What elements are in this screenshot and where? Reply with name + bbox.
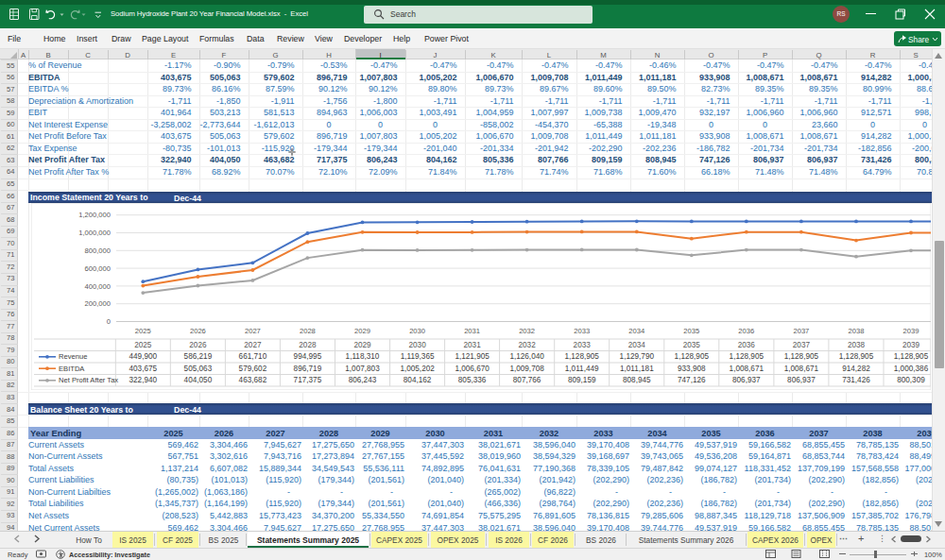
- svg-text:994,995: 994,995: [294, 352, 322, 361]
- svg-text:2026: 2026: [190, 327, 206, 335]
- svg-text:2038: 2038: [848, 341, 866, 349]
- svg-text:1,000,000: 1,000,000: [78, 229, 111, 237]
- svg-text:2029: 2029: [353, 341, 371, 349]
- svg-text:1,006,670: 1,006,670: [455, 365, 490, 373]
- svg-text:1,128,905: 1,128,905: [894, 352, 929, 361]
- svg-text:1,008,671: 1,008,671: [784, 365, 819, 373]
- svg-text:806,243: 806,243: [349, 376, 377, 384]
- svg-text:808,945: 808,945: [623, 376, 651, 384]
- svg-text:747,126: 747,126: [678, 376, 706, 384]
- svg-text:1,126,040: 1,126,040: [509, 352, 544, 361]
- svg-text:800,309: 800,309: [897, 376, 925, 384]
- svg-text:2037: 2037: [793, 327, 809, 335]
- svg-text:2030: 2030: [409, 327, 425, 335]
- svg-text:0: 0: [107, 317, 111, 326]
- svg-text:1,121,905: 1,121,905: [455, 352, 490, 361]
- svg-text:2031: 2031: [463, 341, 481, 349]
- svg-text:463,682: 463,682: [239, 376, 267, 384]
- svg-text:Net Profit After Tax: Net Profit After Tax: [59, 376, 118, 384]
- svg-text:807,766: 807,766: [513, 376, 541, 384]
- svg-text:400,000: 400,000: [85, 282, 111, 291]
- svg-text:2039: 2039: [903, 327, 919, 335]
- svg-text:2037: 2037: [793, 341, 811, 349]
- svg-text:2027: 2027: [244, 341, 262, 349]
- svg-text:2025: 2025: [135, 327, 151, 335]
- svg-text:Revenue: Revenue: [59, 352, 87, 361]
- svg-text:933,908: 933,908: [678, 365, 706, 373]
- svg-text:1,128,905: 1,128,905: [730, 352, 765, 361]
- svg-text:2036: 2036: [738, 341, 756, 349]
- svg-text:914,282: 914,282: [842, 365, 870, 373]
- svg-text:2035: 2035: [683, 327, 699, 335]
- svg-text:1,128,905: 1,128,905: [784, 352, 819, 361]
- svg-text:2028: 2028: [300, 327, 316, 335]
- svg-text:2032: 2032: [518, 341, 536, 349]
- svg-text:200,000: 200,000: [85, 299, 111, 308]
- svg-text:2034: 2034: [628, 341, 646, 349]
- svg-text:2026: 2026: [189, 341, 207, 349]
- svg-text:2034: 2034: [628, 327, 644, 335]
- svg-text:2032: 2032: [519, 327, 535, 335]
- svg-text:2039: 2039: [902, 341, 920, 349]
- svg-text:404,050: 404,050: [184, 376, 213, 384]
- svg-text:505,063: 505,063: [184, 365, 213, 373]
- svg-text:1,128,905: 1,128,905: [675, 352, 710, 361]
- svg-text:1,005,202: 1,005,202: [400, 365, 435, 373]
- svg-text:2028: 2028: [299, 341, 317, 349]
- svg-text:1,118,310: 1,118,310: [346, 352, 380, 361]
- svg-text:1,128,905: 1,128,905: [564, 352, 599, 361]
- svg-text:2027: 2027: [245, 327, 261, 335]
- svg-text:806,937: 806,937: [787, 376, 816, 384]
- svg-text:1,119,365: 1,119,365: [401, 352, 435, 361]
- svg-text:2033: 2033: [574, 341, 592, 349]
- svg-text:579,602: 579,602: [239, 365, 267, 373]
- svg-text:731,426: 731,426: [842, 376, 870, 384]
- svg-text:403,675: 403,675: [129, 365, 157, 373]
- svg-text:800,000: 800,000: [85, 246, 111, 255]
- svg-text:1,129,790: 1,129,790: [620, 352, 655, 361]
- svg-text:449,900: 449,900: [129, 352, 157, 361]
- svg-text:661,710: 661,710: [239, 352, 267, 361]
- svg-text:1,000,386: 1,000,386: [894, 365, 929, 373]
- svg-text:806,937: 806,937: [732, 376, 761, 384]
- svg-text:2035: 2035: [683, 341, 701, 349]
- svg-text:809,159: 809,159: [568, 376, 596, 384]
- svg-text:1,200,000: 1,200,000: [78, 211, 111, 219]
- svg-text:2038: 2038: [849, 327, 865, 335]
- svg-text:1,007,803: 1,007,803: [345, 365, 380, 373]
- svg-text:804,162: 804,162: [404, 376, 432, 384]
- svg-text:1,011,449: 1,011,449: [565, 365, 599, 373]
- svg-text:2031: 2031: [464, 327, 480, 335]
- svg-text:896,719: 896,719: [294, 365, 322, 373]
- svg-text:2030: 2030: [408, 341, 426, 349]
- svg-text:805,336: 805,336: [458, 376, 487, 384]
- svg-text:2033: 2033: [574, 327, 590, 335]
- svg-text:600,000: 600,000: [85, 264, 111, 273]
- svg-text:1,128,905: 1,128,905: [839, 352, 874, 361]
- svg-text:1,009,708: 1,009,708: [509, 365, 544, 373]
- svg-text:586,219: 586,219: [184, 352, 213, 361]
- svg-text:322,940: 322,940: [129, 376, 157, 384]
- svg-text:1,011,181: 1,011,181: [620, 365, 654, 373]
- svg-text:2036: 2036: [738, 327, 754, 335]
- svg-text:EBITDA: EBITDA: [59, 365, 85, 373]
- svg-text:1,008,671: 1,008,671: [730, 365, 765, 373]
- svg-text:2029: 2029: [354, 327, 370, 335]
- svg-text:2025: 2025: [134, 341, 152, 349]
- svg-text:717,375: 717,375: [294, 376, 322, 384]
